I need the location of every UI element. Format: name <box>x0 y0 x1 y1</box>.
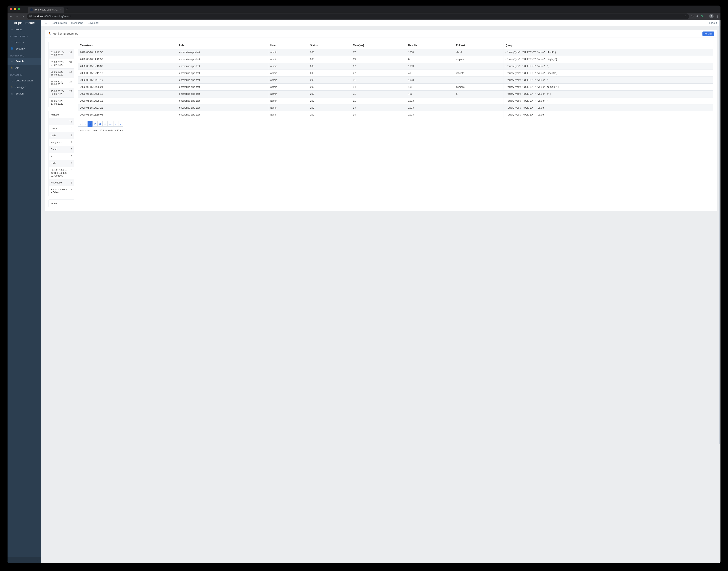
table-row[interactable]: 2020-06-15 17:13:36enterprise-app-testad… <box>78 63 243 70</box>
topnav-developer[interactable]: Developer <box>88 21 99 24</box>
page-last[interactable]: » <box>118 121 123 127</box>
sidebar-section-monitoring: MONITORING <box>8 52 41 58</box>
facet-row[interactable]: chuck10 <box>49 125 74 132</box>
facet-count: 10 <box>69 127 72 130</box>
close-window-button[interactable] <box>10 8 12 10</box>
facet-label: Baron Angelique Friess <box>51 188 67 190</box>
cell-index: enterprise-app-test <box>177 104 243 111</box>
minimize-window-button[interactable] <box>14 8 16 10</box>
facet-label: 15.06.2020-16.06.2020 <box>51 80 64 86</box>
hamburger-icon[interactable]: ☰ <box>45 21 47 24</box>
sidebar-item-swagger[interactable]: 🏃 Swagger <box>8 84 41 90</box>
sidebar-section-configuration: CONFIGURATION <box>8 33 41 39</box>
cell-index: enterprise-app-test <box>177 56 243 63</box>
sidebar-item-home[interactable]: ☆ Home <box>8 26 41 33</box>
topnav-configuration[interactable]: Configuration <box>51 21 67 24</box>
facet-fulltext: Fulltext 75chuck10dude9Kaugummi4Chuck3a3… <box>48 111 74 190</box>
sidebar-section-developer: DEVELOPER <box>8 71 41 77</box>
table-row[interactable]: 2020-06-15 16:59:06enterprise-app-testad… <box>78 111 243 118</box>
page-number[interactable]: 4 <box>102 121 108 127</box>
maximize-window-button[interactable] <box>18 8 20 10</box>
table-row[interactable]: 2020-06-16 14:42:53enterprise-app-testad… <box>78 56 243 63</box>
close-tab-icon[interactable]: × <box>60 8 62 11</box>
new-tab-button[interactable]: + <box>66 7 68 11</box>
facet-row[interactable]: dude9 <box>49 132 74 139</box>
sidebar-item-security[interactable]: 👤 Security <box>8 45 41 52</box>
table-row[interactable]: 2020-06-15 17:05:11enterprise-app-testad… <box>78 98 243 104</box>
cell-timestamp: 2020-06-15 17:03:21 <box>78 104 177 111</box>
facet-row[interactable]: 01.05.2020-01.06.202037 <box>49 49 74 59</box>
facets-column: 01.05.2020-01.06.20203701.06.2020-01.07.… <box>48 42 74 190</box>
facet-row[interactable]: Kaugummi4 <box>49 139 74 146</box>
sidebar-item-indices[interactable]: ☰ Indices <box>8 39 41 45</box>
facet-label: Chuck <box>51 148 57 151</box>
facet-count: 1 <box>71 188 72 190</box>
sidebar-item-search[interactable]: ☼ Search <box>8 58 41 65</box>
page-number[interactable]: … <box>107 121 114 127</box>
facet-label: a <box>51 155 52 158</box>
topnav-monitoring[interactable]: Monitoring <box>71 21 83 24</box>
cell-index: enterprise-app-test <box>177 111 243 118</box>
facet-row[interactable]: Baron Angelique Friess1 <box>49 186 74 190</box>
run-icon: 🏃 <box>10 67 13 69</box>
url-field[interactable]: ⓘ localhost:8080/monitoring/search ☆ <box>27 13 243 19</box>
page-prev[interactable]: ‹ <box>83 121 88 127</box>
facet-row[interactable]: Chuck3 <box>49 146 74 153</box>
cell-timestamp: 2020-06-15 16:59:06 <box>78 111 177 118</box>
facet-row[interactable]: 16.06.2020-17.06.20202 <box>49 98 74 107</box>
brand-text: picturesafe <box>18 21 35 25</box>
facet-row[interactable]: a3 <box>49 153 74 160</box>
back-button[interactable]: ← <box>9 15 13 18</box>
sidebar-item-documentation[interactable]: ▢ Documentation ‹ <box>8 77 41 84</box>
page-number[interactable]: 2 <box>93 121 98 127</box>
sidebar-item-label: Security <box>15 47 25 50</box>
sun-icon: ☼ <box>10 60 13 63</box>
facet-row[interactable]: code2 <box>49 160 74 166</box>
col-timestamp[interactable]: Timestamp <box>78 42 177 49</box>
facet-label: dude <box>51 134 56 137</box>
cell-timestamp: 2020-06-15 17:11:13 <box>78 70 177 77</box>
facet-row[interactable]: 75 <box>49 118 74 125</box>
facet-row[interactable]: 15.06.2020-16.06.202025 <box>49 78 74 88</box>
table-row[interactable]: 2020-06-15 17:03:21enterprise-app-testad… <box>78 104 243 111</box>
sidebar-item-dev-search[interactable]: ☼ Search <box>8 90 41 97</box>
page-next[interactable]: › <box>113 121 118 127</box>
table-row[interactable]: 2020-06-15 17:11:13enterprise-app-testad… <box>78 70 243 77</box>
page-number[interactable]: 1 <box>88 121 93 127</box>
facet-row[interactable]: wirbellosen2 <box>49 179 74 186</box>
facet-label: 01.06.2020-01.07.2020 <box>51 61 64 67</box>
page-first[interactable]: « <box>78 121 83 127</box>
facet-count: 2 <box>71 162 72 164</box>
table-row[interactable]: 2020-06-15 17:05:18enterprise-app-testad… <box>78 91 243 98</box>
forward-button[interactable]: → <box>15 15 19 18</box>
facet-count: 3 <box>71 155 72 158</box>
table-row[interactable]: 2020-06-16 14:42:57enterprise-app-testad… <box>78 49 243 56</box>
facet-count: 37 <box>69 51 72 56</box>
titlebar: picturesafe-search Acceleratio × + <box>8 6 243 13</box>
sidebar: picturesafe ☆ Home CONFIGURATION ☰ Indic… <box>8 20 41 190</box>
reload-page-button[interactable]: ⟳ <box>21 15 25 18</box>
page-number[interactable]: 3 <box>98 121 103 127</box>
facet-label <box>51 120 51 123</box>
facet-title-empty <box>49 42 74 49</box>
table-row[interactable]: 2020-06-15 17:07:19enterprise-app-testad… <box>78 77 243 84</box>
facet-row[interactable]: eb1f887f-8df5-4041-b10c-5d8917b9536e2 <box>49 166 74 179</box>
sidebar-item-api[interactable]: 🏃 API <box>8 65 41 71</box>
facet-row[interactable]: 15.06.2020-22.06.202027 <box>49 88 74 98</box>
col-index[interactable]: Index <box>177 42 243 49</box>
facet-label: 08.06.2020-15.06.2020 <box>51 71 64 76</box>
topbar: ☰ Configuration Monitoring Developer Log… <box>41 20 243 26</box>
cell-timestamp: 2020-06-16 14:42:57 <box>78 49 177 56</box>
browser-tab[interactable]: picturesafe-search Acceleratio × <box>28 7 64 13</box>
user-icon: 👤 <box>10 47 13 50</box>
facet-row[interactable]: 01.06.2020-01.07.202091 <box>49 59 74 68</box>
table-row[interactable]: 2020-06-15 17:05:24enterprise-app-testad… <box>78 84 243 91</box>
facet-count: 75 <box>69 120 72 123</box>
cell-timestamp: 2020-06-15 17:13:36 <box>78 63 177 70</box>
facet-label: wirbellosen <box>51 181 63 184</box>
url-port: :8080 <box>43 15 50 18</box>
facet-label: chuck <box>51 127 57 130</box>
star-outline-icon: ☆ <box>10 28 13 31</box>
facet-row[interactable]: 08.06.2020-15.06.202014 <box>49 68 74 78</box>
tab-title: picturesafe-search Acceleratio <box>34 8 58 11</box>
